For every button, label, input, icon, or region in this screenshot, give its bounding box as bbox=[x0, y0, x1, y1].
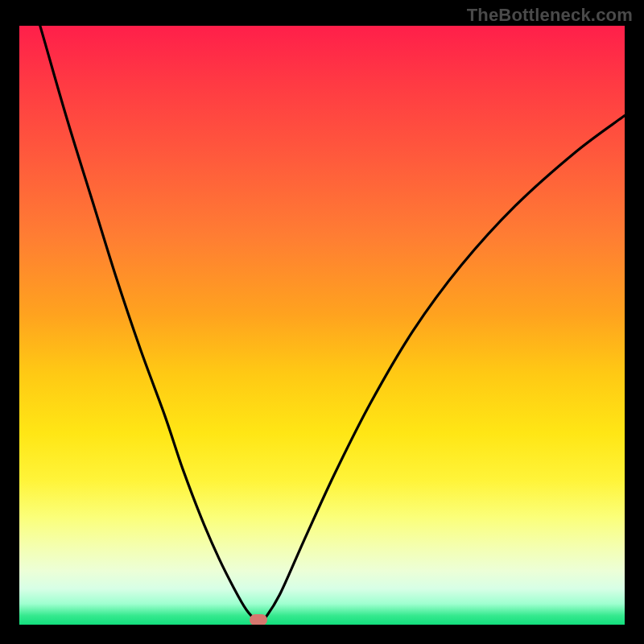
curve-path bbox=[19, 26, 625, 621]
minimum-marker bbox=[250, 614, 267, 625]
plot-area bbox=[19, 26, 625, 625]
watermark-text: TheBottleneck.com bbox=[467, 5, 633, 26]
bottleneck-curve bbox=[19, 26, 625, 625]
chart-stage: TheBottleneck.com bbox=[0, 0, 644, 644]
